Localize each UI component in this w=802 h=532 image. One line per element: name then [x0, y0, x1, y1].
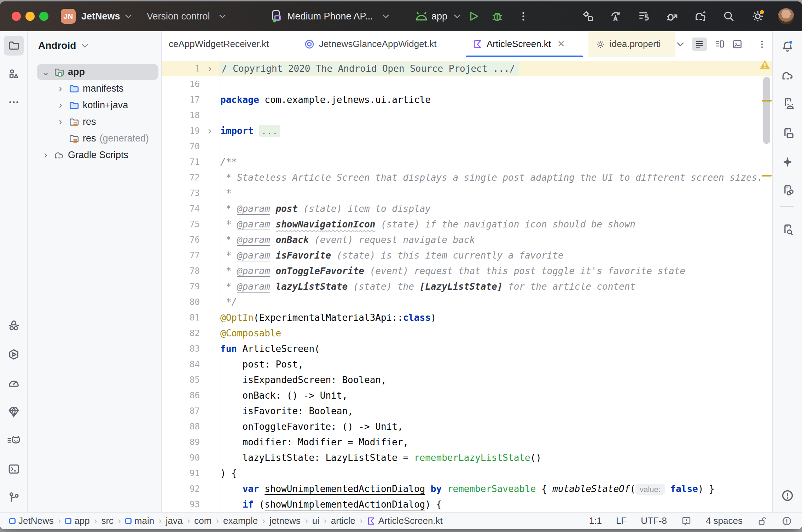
chevron-right-icon[interactable]: ›	[54, 100, 66, 111]
gutter-line[interactable]: 75	[162, 216, 220, 232]
error-indicator-icon[interactable]	[781, 516, 792, 526]
code-line[interactable]: var showUnimplementedActionDialog by rem…	[220, 481, 772, 497]
sync-refresh-icon[interactable]	[609, 10, 622, 23]
editor-body[interactable]: 1›16171819›70717273747576777879808182838…	[162, 57, 772, 512]
code-line[interactable]	[220, 76, 772, 92]
scrollbar-warning-mark[interactable]	[762, 175, 772, 177]
close-tab-icon[interactable]: ✕	[555, 39, 565, 50]
device-explorer-icon[interactable]	[781, 223, 794, 237]
breadcrumb-item[interactable]: ui	[312, 515, 319, 526]
device-selector[interactable]: Medium Phone AP...	[287, 1, 373, 31]
code-line[interactable]: * @param showNavigationIcon (state) if t…	[220, 216, 772, 232]
code-line[interactable]: * @param post (state) item to display	[220, 201, 772, 216]
chevron-right-icon[interactable]: ›	[54, 116, 66, 127]
gradle-sync-icon[interactable]	[694, 10, 707, 23]
code-line[interactable]: * @param lazyListState (state) the [Lazy…	[220, 279, 772, 294]
device-manager-icon[interactable]	[781, 97, 794, 110]
gutter-line[interactable]: 71	[162, 154, 220, 170]
gutter-line[interactable]: 16	[162, 76, 220, 92]
code-line[interactable]: onBack: () -> Unit,	[220, 388, 772, 403]
gutter-line[interactable]: 86	[162, 388, 220, 403]
profile-bug-icon[interactable]	[666, 10, 679, 23]
tree-item-res-generated[interactable]: res (generated)	[28, 130, 161, 147]
gutter-line[interactable]: 88	[162, 419, 220, 434]
build-variants-icon[interactable]	[638, 10, 650, 23]
code-line[interactable]: /**	[220, 154, 772, 170]
run-button[interactable]	[468, 10, 480, 22]
code-line[interactable]: modifier: Modifier = Modifier,	[220, 434, 772, 450]
more-tool-windows-icon[interactable]	[8, 96, 20, 108]
gutter-line[interactable]: 80	[162, 294, 220, 310]
code-line[interactable]: * @param isFavorite (state) is this item…	[220, 248, 772, 263]
device-mirroring-icon[interactable]	[781, 184, 794, 197]
gutter-line[interactable]: 85	[162, 372, 220, 388]
code-line[interactable]: onToggleFavorite: () -> Unit,	[220, 419, 772, 434]
close-window-button[interactable]	[12, 12, 21, 21]
code-line[interactable]: package com.example.jetnews.ui.article	[220, 92, 772, 108]
problems-icon[interactable]	[781, 489, 794, 502]
split-view-button[interactable]	[714, 39, 725, 50]
gutter-line[interactable]: 92	[162, 481, 220, 497]
settings-gear-icon[interactable]	[751, 10, 765, 23]
gutter-line[interactable]: 89	[162, 434, 220, 450]
gemini-sparkle-icon[interactable]	[781, 156, 794, 168]
editor-scrollbar-thumb[interactable]	[763, 77, 770, 144]
scrollbar-warning-mark[interactable]	[762, 100, 772, 102]
indent-setting[interactable]: 4 spaces	[706, 515, 743, 526]
tree-item-gradle-scripts[interactable]: › Gradle Scripts	[28, 147, 161, 163]
minimize-window-button[interactable]	[25, 12, 35, 21]
gutter-line[interactable]: 74	[162, 201, 220, 216]
preview-view-button[interactable]	[732, 39, 743, 50]
gutter-line[interactable]: 19›	[162, 123, 220, 139]
unlocked-padlock-icon[interactable]	[757, 516, 767, 526]
code-line[interactable]: post: Post,	[220, 357, 772, 372]
code-line[interactable]: @OptIn(ExperimentalMaterial3Api::class)	[220, 310, 772, 325]
gutter-line[interactable]: 84	[162, 357, 220, 372]
fold-chevron-icon[interactable]: ›	[200, 123, 220, 139]
gradle-icon[interactable]	[780, 69, 795, 82]
gutter-line[interactable]: 77	[162, 248, 220, 263]
gutter-line[interactable]: 70	[162, 139, 220, 154]
tab-idea-properties[interactable]: idea.properti	[588, 31, 675, 57]
gutter-line[interactable]: 87	[162, 403, 220, 419]
gutter-line[interactable]: 79	[162, 279, 220, 294]
tree-item-res[interactable]: › res	[28, 114, 161, 130]
version-control-icon[interactable]	[7, 491, 20, 504]
file-encoding[interactable]: UTF-8	[641, 515, 667, 526]
breadcrumb-item[interactable]: example	[223, 515, 258, 526]
code-line[interactable]: fun ArticleScreen(	[220, 341, 772, 357]
logcat-icon[interactable]	[7, 434, 21, 447]
project-view-selector[interactable]: Android	[38, 37, 89, 54]
chevron-right-icon[interactable]: ›	[54, 83, 66, 94]
hidden-tabs-chevron-icon[interactable]	[676, 41, 685, 47]
resource-manager-icon[interactable]	[8, 68, 20, 80]
breadcrumb-item[interactable]: main	[125, 515, 154, 526]
tab-articlescreen-active[interactable]: ArticleScreen.kt ✕	[466, 31, 583, 57]
gutter-line[interactable]: 18	[162, 108, 220, 123]
caret-position[interactable]: 1:1	[589, 515, 602, 526]
gutter-line[interactable]: 83	[162, 341, 220, 357]
project-name-menu[interactable]: JetNews	[81, 1, 120, 31]
gutter-line[interactable]: 90	[162, 450, 220, 466]
breadcrumb-item[interactable]: ArticleScreen.kt	[367, 515, 443, 526]
code-line[interactable]: * @param onToggleFavorite (event) reques…	[220, 263, 772, 279]
gutter-line[interactable]: 17	[162, 92, 220, 108]
tree-item-app[interactable]: ⌄ app	[28, 64, 161, 80]
tree-item-manifests[interactable]: › manifests	[28, 80, 161, 97]
profiler-icon[interactable]	[7, 377, 20, 389]
code-line[interactable]: ) {	[220, 466, 772, 481]
code-line[interactable]: / Copyright 2020 The Android Open Source…	[220, 61, 772, 76]
gutter-line[interactable]: 73	[162, 185, 220, 201]
code-line[interactable]	[220, 139, 772, 154]
breadcrumb-item[interactable]: article	[331, 515, 355, 526]
chevron-down-icon[interactable]: ⌄	[40, 66, 52, 78]
tree-item-kotlin-java[interactable]: › kotlin+java	[28, 97, 161, 114]
tab-options-kebab-icon[interactable]	[757, 40, 767, 49]
notifications-bell-icon[interactable]	[781, 40, 794, 53]
gutter-line[interactable]: 91	[162, 466, 220, 481]
project-folder-icon[interactable]	[8, 40, 20, 52]
breadcrumb-item[interactable]: src	[101, 515, 114, 526]
inspections-warning-icon[interactable]	[759, 59, 771, 70]
code-line[interactable]: if (showUnimplementedActionDialog) {	[220, 497, 772, 512]
highlighting-level-icon[interactable]	[681, 516, 692, 526]
